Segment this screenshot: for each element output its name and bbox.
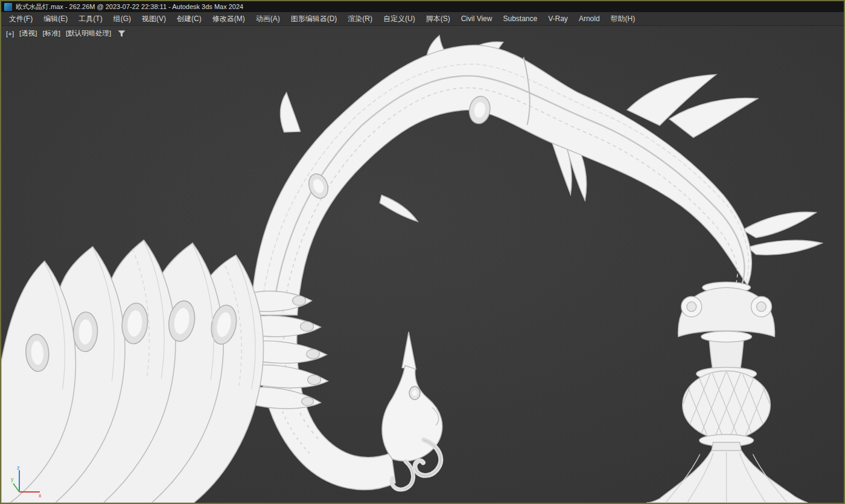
menu-item-file[interactable]: 文件(F) [4,13,38,25]
app-icon[interactable] [4,3,12,11]
title-bar: 欧式水晶灯.max - 262.26M @ 2023-07-22 22:38:1… [1,1,844,12]
menu-item-tools[interactable]: 工具(T) [73,13,107,25]
viewport-shading-menu[interactable]: [默认明暗处理] [66,29,111,38]
menu-item-scripting[interactable]: 脚本(S) [421,13,456,25]
menu-item-vray[interactable]: V-Ray [543,13,573,24]
menu-bar: 文件(F) 编辑(E) 工具(T) 组(G) 视图(V) 创建(C) 修改器(M… [1,12,844,26]
axis-y-label: y [11,476,14,482]
axis-x-label: x [39,493,42,498]
viewport-general-menu[interactable]: [+] [6,30,14,37]
menu-item-customize[interactable]: 自定义(U) [378,13,421,25]
menu-item-animation[interactable]: 动画(A) [250,13,285,25]
menu-item-edit[interactable]: 编辑(E) [38,13,73,25]
filter-icon[interactable] [118,30,126,37]
menu-item-modifiers[interactable]: 修改器(M) [207,13,250,25]
viewport-pov-menu[interactable]: [透视] [19,29,37,38]
model-3d-render [1,26,844,503]
viewport-style-menu[interactable]: [标准] [43,29,60,38]
menu-item-group[interactable]: 组(G) [108,13,136,25]
tail-feather-fan [1,240,263,503]
menu-item-arnold[interactable]: Arnold [573,13,605,24]
menu-item-help[interactable]: 帮助(H) [605,13,641,25]
menu-item-rendering[interactable]: 渲染(R) [342,13,378,25]
menu-item-substance[interactable]: Substance [497,13,543,24]
menu-item-create[interactable]: 创建(C) [171,13,207,25]
axis-z-label: z [17,465,20,471]
menu-item-graph-editors[interactable]: 图形编辑器(D) [285,13,343,25]
viewport-label-bar: [+] [透视] [标准] [默认明暗处理] [6,29,126,38]
max-window: 欧式水晶灯.max - 262.26M @ 2023-07-22 22:38:1… [0,0,845,504]
world-axis-gizmo: z x y [11,464,43,498]
menu-item-views[interactable]: 视图(V) [136,13,171,25]
window-title: 欧式水晶灯.max - 262.26M @ 2023-07-22 22:38:1… [16,2,243,11]
menu-item-civil-view[interactable]: Civil View [456,13,498,24]
perspective-viewport[interactable]: [+] [透视] [标准] [默认明暗处理] [1,26,844,503]
